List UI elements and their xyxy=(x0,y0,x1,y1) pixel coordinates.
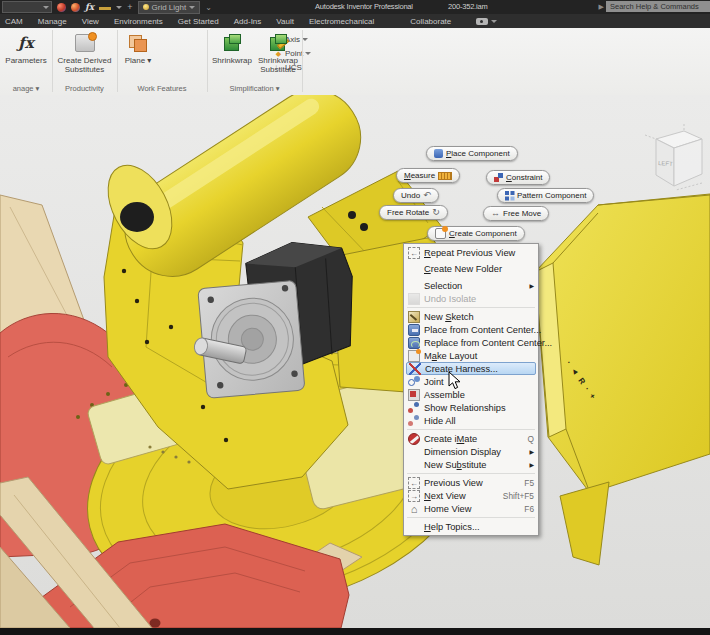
measure-label: Measure xyxy=(404,171,435,180)
blank-icon xyxy=(408,446,420,458)
parameters-label: Parameters xyxy=(0,56,52,65)
context-menu-item[interactable]: Create Harness... xyxy=(406,362,536,375)
context-menu-item[interactable]: Help Topics... xyxy=(404,520,538,533)
context-menu-item[interactable]: ←Repeat Previous View xyxy=(404,246,538,259)
prev-view-icon: ← xyxy=(408,477,420,489)
context-menu-item[interactable]: ←Previous ViewF5 xyxy=(404,476,538,489)
derived-substitutes-icon xyxy=(75,34,95,52)
context-menu-item[interactable]: Selection▶ xyxy=(404,279,538,292)
context-menu-item[interactable]: Dimension Display▶ xyxy=(404,445,538,458)
free-rotate-button[interactable]: Free Rotate ↻ xyxy=(379,205,448,220)
context-menu-item[interactable]: Create New Folder xyxy=(404,263,538,276)
context-menu-item[interactable]: New Substitute▶ xyxy=(404,458,538,471)
customize-toolbar-icon[interactable]: ⌄ xyxy=(205,3,212,12)
swatch-dropdown-arrow[interactable] xyxy=(116,6,122,12)
imate-icon xyxy=(408,433,420,445)
make-layout-icon xyxy=(408,350,420,362)
pattern-component-button[interactable]: Pattern Component xyxy=(497,188,594,203)
context-menu-item-label: Home View xyxy=(424,504,471,514)
parameters-quick-icon[interactable]: ƒx xyxy=(85,2,94,12)
3d-scene[interactable]: · ◄ R · + xyxy=(0,95,710,628)
submenu-arrow-icon: ▶ xyxy=(529,448,534,455)
measure-button[interactable]: Measure xyxy=(396,168,460,183)
submenu-arrow-icon: ▶ xyxy=(529,461,534,468)
constraint-button[interactable]: Constraint xyxy=(486,170,550,185)
viewcube-face-label[interactable]: LEFT xyxy=(658,160,673,167)
context-menu-item-label: Show Relationships xyxy=(424,403,506,413)
ribbon: ƒx Parameters anage ▾ Create Derived Sub… xyxy=(0,28,710,96)
context-menu-item-label: Selection xyxy=(424,281,462,291)
context-menu-item-label: Place from Content Center... xyxy=(424,325,541,335)
context-menu-separator xyxy=(407,307,535,308)
color-override-swatch[interactable] xyxy=(99,7,111,10)
pattern-component-label: Pattern Component xyxy=(517,191,586,200)
context-menu-item[interactable]: Create iMateQ xyxy=(404,432,538,445)
context-menu-item[interactable]: Make Layout xyxy=(404,349,538,362)
ribbon-tab-bar: CAM Manage View Environments Get Started… xyxy=(0,14,710,28)
robot-arm-model[interactable]: · ◄ R · + xyxy=(0,95,710,628)
group-label-work-features[interactable]: Work Features xyxy=(117,84,207,93)
grid-light-dropdown[interactable]: Grid Light xyxy=(138,1,201,14)
adjust-appearance-icon[interactable] xyxy=(71,3,80,12)
tab-view[interactable]: View xyxy=(82,17,99,26)
assemble-icon xyxy=(408,389,420,401)
model-viewport[interactable]: · ◄ R · + xyxy=(0,95,710,628)
end-cap-knob[interactable] xyxy=(120,202,154,232)
parameters-button[interactable]: ƒx Parameters xyxy=(0,30,52,65)
shrinkwrap-label: Shrinkwrap xyxy=(211,56,253,65)
create-derived-substitutes-button[interactable]: Create Derived Substitutes xyxy=(55,30,114,74)
tab-manage[interactable]: Manage xyxy=(38,17,67,26)
context-menu-item[interactable]: Assemble xyxy=(404,388,538,401)
point-dropdown-arrow xyxy=(305,52,311,58)
forearm-tip[interactable] xyxy=(560,482,609,565)
screen-record-arrow[interactable] xyxy=(491,20,497,26)
context-menu-separator xyxy=(407,517,535,518)
tab-add-ins[interactable]: Add-Ins xyxy=(234,17,262,26)
context-menu-item-label: Create New Folder xyxy=(424,264,502,274)
tab-cam[interactable]: CAM xyxy=(5,17,23,26)
group-label-productivity[interactable]: Productivity xyxy=(52,84,117,93)
create-component-label: Create Component xyxy=(449,229,517,238)
light-bulb-icon xyxy=(143,4,149,10)
free-move-button[interactable]: ↔ Free Move xyxy=(483,206,549,221)
context-menu-item[interactable]: →Next ViewShift+F5 xyxy=(404,489,538,502)
ribbon-group-manage: ƒx Parameters anage ▾ xyxy=(0,28,52,95)
shrinkwrap-substitute-button[interactable]: Shrinkwrap Substitute xyxy=(255,30,301,74)
context-menu-item[interactable]: Replace from Content Center... xyxy=(404,336,538,349)
place-component-button[interactable]: Place Component xyxy=(426,146,518,161)
group-label-simplification[interactable]: Simplification ▾ xyxy=(207,84,302,93)
shrinkwrap-button[interactable]: Shrinkwrap xyxy=(211,30,253,65)
tab-environments[interactable]: Environments xyxy=(114,17,163,26)
context-menu-item[interactable]: Show Relationships xyxy=(404,401,538,414)
constraint-label: Constraint xyxy=(506,173,542,182)
undo-button[interactable]: Undo ↶ xyxy=(393,188,439,203)
tab-vault[interactable]: Vault xyxy=(276,17,294,26)
shortcut-label: F6 xyxy=(516,504,534,514)
search-input[interactable] xyxy=(606,1,710,12)
context-menu-item-label: Replace from Content Center... xyxy=(424,338,552,348)
plane-button[interactable]: Plane ▾ xyxy=(121,30,155,65)
context-menu-item[interactable]: Place from Content Center... xyxy=(404,323,538,336)
create-component-button[interactable]: Create Component xyxy=(427,226,525,241)
grid-light-label: Grid Light xyxy=(152,3,187,12)
viewcube[interactable]: LEFT xyxy=(645,124,702,190)
tab-collaborate[interactable]: Collaborate xyxy=(410,17,451,26)
joint-icon xyxy=(408,376,420,388)
quick-access-toolbar: ƒx + Grid Light ⌄ xyxy=(2,1,212,13)
hide-all-icon xyxy=(408,415,420,427)
screen-record-icon[interactable] xyxy=(476,18,488,25)
material-dropdown[interactable] xyxy=(2,1,52,13)
context-menu-item[interactable]: ⌂Home ViewF6 xyxy=(404,502,538,515)
search-caret-icon[interactable]: ▶ xyxy=(599,3,604,11)
context-menu-item[interactable]: New Sketch xyxy=(404,310,538,323)
tab-get-started[interactable]: Get Started xyxy=(178,17,219,26)
forearm-link[interactable] xyxy=(535,194,710,493)
context-menu: ←Repeat Previous ViewCreate New FolderSe… xyxy=(403,243,539,536)
add-quick-command-icon[interactable]: + xyxy=(127,2,132,12)
group-label-manage[interactable]: anage ▾ xyxy=(0,84,52,93)
tab-electromechanical[interactable]: Electromechanical xyxy=(309,17,374,26)
context-menu-item[interactable]: Joint xyxy=(404,375,538,388)
appearance-icon[interactable] xyxy=(57,3,66,12)
context-menu-item-label: Dimension Display xyxy=(424,447,501,457)
context-menu-item[interactable]: Hide All xyxy=(404,414,538,427)
